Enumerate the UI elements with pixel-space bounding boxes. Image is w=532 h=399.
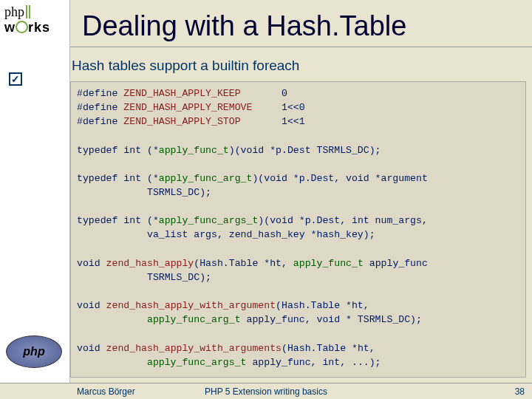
conference-logo: php wrks bbox=[0, 0, 69, 35]
code-block: #define ZEND_HASH_APPLY_KEEP 0 #define Z… bbox=[70, 81, 526, 378]
checkbox-icon: ✓ bbox=[9, 72, 22, 86]
slide-title: Dealing with a Hash.Table bbox=[70, 0, 532, 47]
gear-icon bbox=[16, 21, 28, 33]
footer-page-number: 38 bbox=[515, 386, 525, 397]
footer-title: PHP 5 Extension writing basics bbox=[0, 386, 532, 397]
php-logo-icon: php bbox=[6, 335, 62, 368]
logo-line2: wrks bbox=[4, 20, 65, 35]
logo-line1: php bbox=[4, 4, 24, 19]
slide-content: Dealing with a Hash.Table Hash tables su… bbox=[70, 0, 532, 399]
footer: Marcus Börger PHP 5 Extension writing ba… bbox=[0, 383, 532, 399]
slide-subhead: Hash tables support a builtin foreach bbox=[70, 47, 532, 81]
logo-bar-icon bbox=[26, 5, 30, 18]
sidebar: php wrks ✓ php bbox=[0, 0, 70, 399]
